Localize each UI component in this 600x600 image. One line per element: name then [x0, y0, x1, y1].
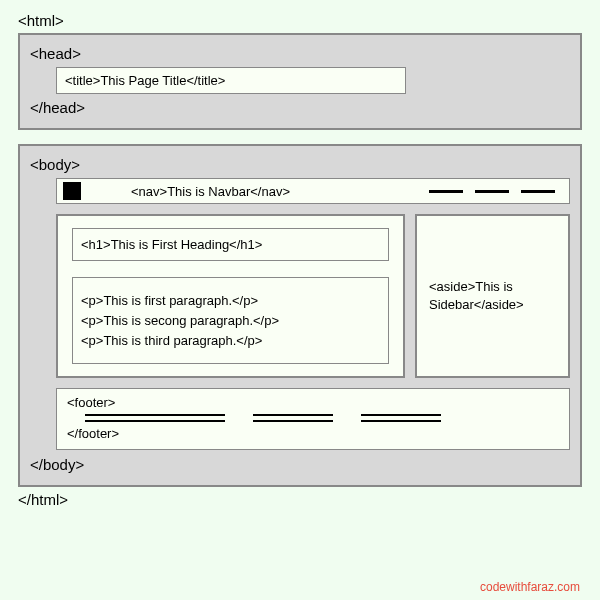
- footer-col-3: [361, 414, 441, 422]
- html-open-tag: <html>: [18, 12, 582, 29]
- paragraph-2: <p>This is secong paragraph.</p>: [81, 313, 380, 328]
- nav-menu-icon: [429, 190, 555, 193]
- head-close-tag: </head>: [30, 99, 570, 116]
- body-section: <body> <nav>This is Navbar</nav> <h1>Thi…: [18, 144, 582, 487]
- footer-content-lines: [85, 414, 559, 422]
- paragraph-3: <p>This is third paragraph.</p>: [81, 333, 380, 348]
- paragraph-group: <p>This is first paragraph.</p> <p>This …: [72, 277, 389, 364]
- title-element: <title>This Page Title</title>: [56, 67, 406, 94]
- nav-label: <nav>This is Navbar</nav>: [131, 184, 290, 199]
- body-open-tag: <body>: [30, 156, 570, 173]
- h1-element: <h1>This is First Heading</h1>: [72, 228, 389, 261]
- head-section: <head> <title>This Page Title</title> </…: [18, 33, 582, 130]
- main-content-row: <h1>This is First Heading</h1> <p>This i…: [56, 214, 570, 378]
- aside-element: <aside>This is Sidebar</aside>: [415, 214, 570, 378]
- attribution-text: codewithfaraz.com: [480, 580, 580, 594]
- article-section: <h1>This is First Heading</h1> <p>This i…: [56, 214, 405, 378]
- head-open-tag: <head>: [30, 45, 570, 62]
- body-close-tag: </body>: [30, 456, 570, 473]
- footer-open-tag: <footer>: [67, 395, 559, 410]
- nav-logo-icon: [63, 182, 81, 200]
- nav-element: <nav>This is Navbar</nav>: [56, 178, 570, 204]
- footer-col-2: [253, 414, 333, 422]
- footer-element: <footer> </footer>: [56, 388, 570, 450]
- paragraph-1: <p>This is first paragraph.</p>: [81, 293, 380, 308]
- footer-close-tag: </footer>: [67, 426, 559, 441]
- aside-label: <aside>This is Sidebar</aside>: [429, 278, 556, 314]
- html-close-tag: </html>: [18, 491, 582, 508]
- footer-col-1: [85, 414, 225, 422]
